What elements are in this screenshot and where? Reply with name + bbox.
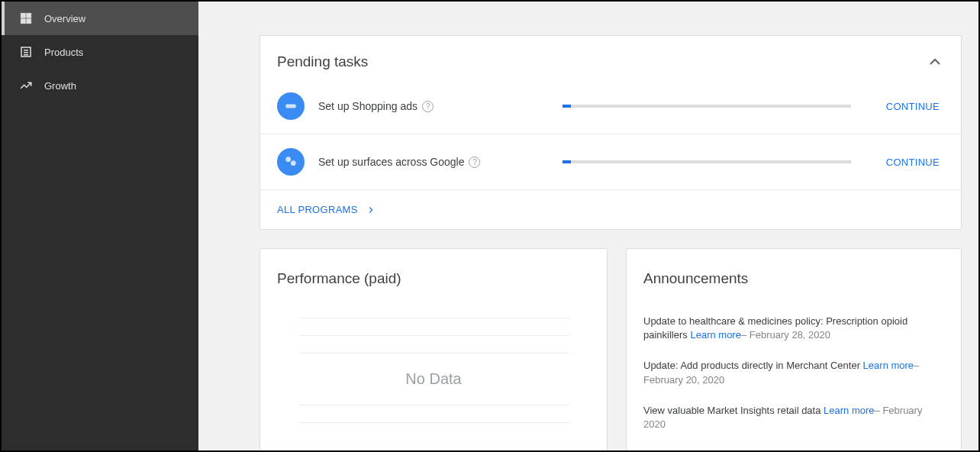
performance-chart-placeholder: No Data (277, 318, 590, 423)
announcement-text: View valuable Market Insights retail dat… (643, 405, 820, 416)
trend-icon (18, 78, 34, 93)
announcement-text: Update: Add products directly in Merchan… (643, 360, 860, 371)
help-icon[interactable]: ? (422, 101, 434, 112)
learn-more-link[interactable]: Learn more (690, 329, 740, 341)
task-progress (563, 160, 851, 163)
svg-rect-2 (21, 19, 25, 24)
announcement-date: – February 28, 2020 (741, 329, 830, 341)
sidebar-item-growth[interactable]: Growth (2, 69, 198, 102)
task-text: Set up Shopping ads (318, 100, 417, 112)
no-data-label: No Data (405, 370, 461, 388)
svg-rect-1 (27, 13, 31, 18)
svg-point-10 (291, 160, 296, 166)
task-progress-fill (563, 160, 571, 163)
svg-rect-0 (21, 13, 25, 18)
list-icon (18, 44, 34, 60)
sidebar-item-label: Overview (44, 13, 85, 24)
grid-line (298, 318, 569, 318)
grid-line (298, 422, 569, 423)
learn-more-link[interactable]: Learn more (824, 405, 874, 416)
announcement-item: Update: Add products directly in Merchan… (643, 359, 944, 386)
task-row: Set up surfaces across Google ? CONTINUE (260, 134, 961, 189)
lower-row: Performance (paid) No Data Announcements… (260, 248, 965, 450)
svg-point-9 (285, 157, 291, 162)
task-progress (563, 105, 851, 108)
task-label: Set up Shopping ads ? (318, 100, 563, 112)
svg-rect-3 (27, 19, 31, 24)
help-icon[interactable]: ? (469, 157, 480, 168)
collapse-icon[interactable] (926, 53, 944, 71)
sidebar-item-products[interactable]: Products (2, 35, 198, 69)
all-programs-link[interactable]: ALL PROGRAMS (260, 189, 961, 229)
grid-line (298, 405, 569, 405)
continue-button[interactable]: CONTINUE (882, 157, 944, 168)
continue-button[interactable]: CONTINUE (882, 101, 944, 112)
sidebar-item-overview[interactable]: Overview (2, 2, 198, 35)
performance-card: Performance (paid) No Data (260, 248, 608, 450)
announcement-item: View valuable Market Insights retail dat… (643, 404, 944, 431)
announcement-item: Update to healthcare & medicines policy:… (643, 315, 944, 342)
tasks-header: Pending tasks (260, 36, 961, 79)
main-content: Pending tasks Set up Shopping ads ? CONT… (198, 2, 978, 450)
all-programs-label: ALL PROGRAMS (277, 204, 358, 215)
grid-line (298, 335, 569, 336)
announcements-title: Announcements (643, 270, 944, 287)
surfaces-icon (277, 148, 305, 176)
chevron-right-icon (366, 205, 376, 215)
grid-line (298, 353, 569, 354)
task-progress-fill (563, 105, 571, 108)
sidebar-item-label: Growth (44, 80, 76, 92)
tasks-title: Pending tasks (277, 53, 368, 70)
svg-rect-8 (285, 105, 295, 108)
sidebar: Overview Products Growth (2, 2, 198, 450)
task-label: Set up surfaces across Google ? (318, 156, 563, 168)
sidebar-item-label: Products (44, 47, 83, 58)
dashboard-icon (18, 11, 34, 26)
performance-title: Performance (paid) (277, 270, 590, 287)
learn-more-link[interactable]: Learn more (863, 360, 914, 371)
shopping-ads-icon (277, 92, 305, 120)
task-row: Set up Shopping ads ? CONTINUE (260, 79, 961, 134)
task-text: Set up surfaces across Google (318, 156, 464, 168)
pending-tasks-card: Pending tasks Set up Shopping ads ? CONT… (260, 35, 962, 230)
announcements-card: Announcements Update to healthcare & med… (626, 248, 962, 450)
